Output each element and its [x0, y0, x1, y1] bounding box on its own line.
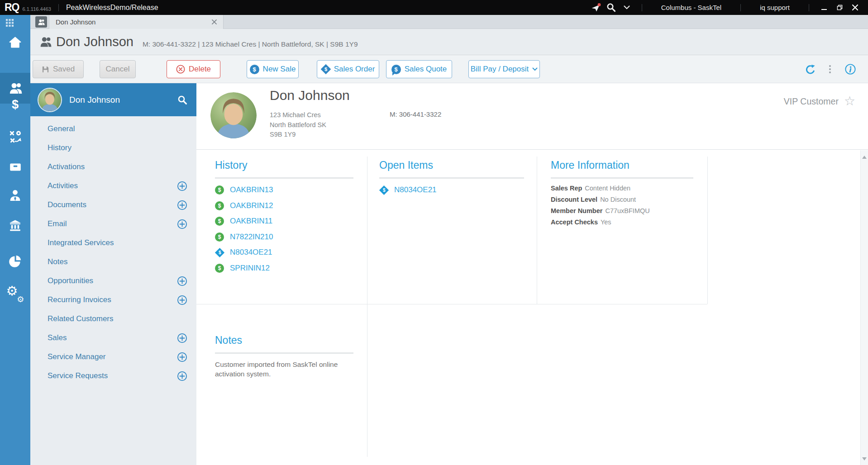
sidebar-item-integrated-services[interactable]: Integrated Services [30, 233, 196, 252]
customer-photo [210, 92, 257, 138]
sidebar-item-activities[interactable]: Activities [30, 176, 196, 195]
invoice-dollar-icon: $ [215, 232, 224, 242]
invoice-dollar-icon: $ [215, 264, 224, 273]
new-sale-button[interactable]: $ New Sale [247, 60, 299, 78]
add-icon[interactable] [177, 276, 187, 286]
sales-quote-label: Sales Quote [405, 65, 447, 74]
chevron-down-icon[interactable] [619, 0, 634, 15]
sidebar-item-recurring-invoices[interactable]: Recurring Invoices [30, 290, 196, 309]
sidebar-item-general[interactable]: General [30, 119, 196, 138]
sidebar-item-notes[interactable]: Notes [30, 252, 196, 271]
minimize-button[interactable] [816, 0, 832, 15]
info-icon[interactable] [844, 63, 856, 75]
open-items-card: Open Items $ N8034OE21 [379, 158, 529, 198]
sidebar-item-email[interactable]: Email [30, 214, 196, 233]
apps-grid-icon[interactable] [4, 17, 15, 28]
bill-pay-deposit-label: Bill Pay / Deposit [471, 65, 529, 74]
sidebar-item-opportunities[interactable]: Opportunities [30, 271, 196, 290]
history-item[interactable]: $ N8034OE21 [215, 245, 364, 261]
user-menu[interactable]: iq support [748, 4, 801, 11]
add-icon[interactable] [177, 200, 187, 210]
sales-order-icon: $ [320, 64, 331, 75]
customer-search-icon[interactable] [177, 95, 187, 105]
history-item[interactable]: $ SPRININ12 [215, 261, 364, 276]
employee-icon[interactable] [0, 182, 30, 208]
saved-button[interactable]: Saved [33, 60, 84, 78]
close-button[interactable] [847, 0, 863, 15]
strategy-icon[interactable] [0, 124, 30, 149]
add-icon[interactable] [177, 295, 187, 305]
new-sale-icon: $ [250, 65, 259, 74]
page-title: Don Johnson [56, 34, 134, 49]
open-item[interactable]: $ N8034OE21 [379, 182, 529, 198]
favorite-star-icon[interactable]: ☆ [844, 95, 855, 108]
kebab-menu-icon[interactable] [827, 63, 833, 75]
add-icon[interactable] [177, 352, 187, 362]
history-item[interactable]: $ N7822IN210 [215, 229, 364, 245]
heading-rule [551, 178, 693, 178]
customer-summary: M: 306-441-3322 | 123 Michael Cres | Nor… [143, 36, 358, 48]
column-divider [537, 157, 537, 304]
cancel-button[interactable]: Cancel [100, 60, 136, 78]
delete-button[interactable]: Delete [167, 60, 220, 78]
home-icon[interactable] [0, 29, 30, 55]
saved-label: Saved [53, 65, 75, 74]
delete-label: Delete [189, 65, 211, 74]
reports-pie-icon[interactable] [0, 248, 30, 274]
tab-don-johnson[interactable]: Don Johnson [49, 15, 224, 29]
settings-gears-icon[interactable]: ⚙⚙ [0, 281, 30, 306]
sidebar-item-documents[interactable]: Documents [30, 195, 196, 214]
page-header: Don Johnson M: 306-441-3322 | 123 Michae… [30, 29, 868, 55]
sales-order-dollar-icon: $ [379, 185, 388, 195]
history-item[interactable]: $ OAKBRIN13 [215, 182, 364, 198]
add-icon[interactable] [177, 371, 187, 381]
field-accept-checks: Accept ChecksYes [551, 217, 700, 228]
send-message-icon[interactable] [588, 0, 604, 15]
inventory-icon[interactable] [0, 154, 30, 180]
toolbar-right-actions [805, 55, 868, 83]
column-divider [707, 157, 708, 304]
sales-quote-button[interactable]: $ Sales Quote [386, 60, 452, 78]
store-selector[interactable]: Columbus - SaskTel [649, 4, 733, 11]
column-divider [367, 304, 367, 457]
invoice-dollar-icon: $ [215, 185, 224, 195]
address-line-3: S9B 1Y9 [270, 130, 326, 140]
sales-quote-icon: $ [391, 65, 401, 74]
sales-dollar-icon[interactable]: $ [0, 92, 30, 117]
sidebar-item-history[interactable]: History [30, 138, 196, 157]
sidebar-item-related-customers[interactable]: Related Customers [30, 309, 196, 328]
sidebar-item-activations[interactable]: Activations [30, 157, 196, 176]
bank-icon[interactable] [0, 213, 30, 238]
row-divider [196, 304, 707, 304]
customer-icon [39, 36, 52, 48]
titlebar: RQ 6.1.116.4463 PeakWirelessDemo/Release… [0, 0, 868, 15]
sidebar-item-service-requests[interactable]: Service Requests [30, 366, 196, 385]
tab-close-icon[interactable] [212, 19, 217, 24]
action-toolbar: Saved Cancel Delete $ New Sale $ Sales O… [30, 55, 868, 83]
add-icon[interactable] [177, 219, 187, 229]
more-information-fields: Sales RepContent Hidden Discount LevelNo… [551, 183, 700, 228]
refresh-icon[interactable] [805, 64, 816, 75]
customer-name: Don Johnson [69, 95, 120, 105]
search-icon[interactable] [604, 0, 619, 15]
sidebar-item-service-manager[interactable]: Service Manager [30, 347, 196, 366]
scroll-down-arrow[interactable] [862, 457, 867, 460]
restore-button[interactable] [832, 0, 847, 15]
customer-nav-list: General History Activations Activities D… [30, 116, 196, 385]
open-items-list: $ N8034OE21 [379, 182, 529, 198]
cancel-label: Cancel [106, 65, 130, 74]
sidebar-item-sales[interactable]: Sales [30, 328, 196, 347]
history-item[interactable]: $ OAKBRIN11 [215, 214, 364, 229]
more-information-card: More Information Sales RepContent Hidden… [551, 158, 700, 228]
scroll-up-arrow[interactable] [862, 156, 867, 159]
notes-title: Notes [215, 333, 364, 347]
bill-pay-deposit-button[interactable]: Bill Pay / Deposit [468, 60, 540, 78]
sales-order-button[interactable]: $ Sales Order [317, 60, 379, 78]
add-icon[interactable] [177, 333, 187, 343]
environment-label: PeakWirelessDemo/Release [66, 4, 158, 12]
customer-tab-type-icon[interactable] [35, 16, 47, 28]
open-items-title: Open Items [379, 158, 529, 172]
add-icon[interactable] [177, 181, 187, 191]
history-item[interactable]: $ OAKBRIN12 [215, 198, 364, 214]
vertical-scrollbar[interactable] [860, 150, 868, 465]
